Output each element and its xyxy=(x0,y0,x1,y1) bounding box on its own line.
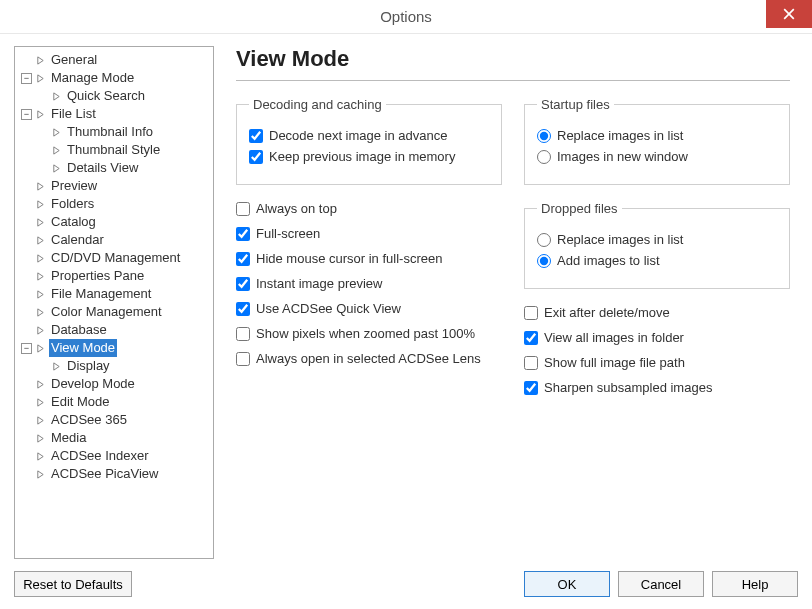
checkbox-input[interactable] xyxy=(236,277,250,291)
tree-item[interactable]: −View Mode xyxy=(17,339,211,357)
radio-label: Images in new window xyxy=(557,149,688,164)
tree-item[interactable]: Thumbnail Info xyxy=(17,123,211,141)
checkbox-label: Hide mouse cursor in full-screen xyxy=(256,251,442,266)
triangle-icon xyxy=(35,253,45,263)
startup-files-group: Startup files Replace images in list Ima… xyxy=(524,97,790,185)
collapse-icon[interactable]: − xyxy=(21,343,32,354)
tree-item[interactable]: Calendar xyxy=(17,231,211,249)
instant-preview-checkbox[interactable]: Instant image preview xyxy=(236,276,502,291)
cancel-button[interactable]: Cancel xyxy=(618,571,704,597)
checkbox-input[interactable] xyxy=(236,302,250,316)
tree-item[interactable]: Thumbnail Style xyxy=(17,141,211,159)
triangle-icon xyxy=(35,307,45,317)
tree-item[interactable]: General xyxy=(17,51,211,69)
triangle-icon xyxy=(51,145,61,155)
checkbox-input[interactable] xyxy=(524,306,538,320)
tree-item-label: Properties Pane xyxy=(49,267,146,285)
tree-item[interactable]: Preview xyxy=(17,177,211,195)
keep-previous-checkbox[interactable]: Keep previous image in memory xyxy=(249,149,489,164)
checkbox-input[interactable] xyxy=(236,327,250,341)
triangle-icon xyxy=(35,199,45,209)
category-tree[interactable]: General−Manage ModeQuick Search−File Lis… xyxy=(17,51,211,483)
tree-item-label: General xyxy=(49,51,99,69)
tree-item[interactable]: ACDSee PicaView xyxy=(17,465,211,483)
show-path-checkbox[interactable]: Show full image file path xyxy=(524,355,790,370)
exit-after-checkbox[interactable]: Exit after delete/move xyxy=(524,305,790,320)
tree-item-label: Quick Search xyxy=(65,87,147,105)
checkbox-label: Always open in selected ACDSee Lens xyxy=(256,351,481,366)
checkbox-input[interactable] xyxy=(236,252,250,266)
tree-item[interactable]: Details View xyxy=(17,159,211,177)
tree-item-label: Edit Mode xyxy=(49,393,112,411)
radio-input[interactable] xyxy=(537,150,551,164)
triangle-icon xyxy=(51,163,61,173)
checkbox-input[interactable] xyxy=(236,202,250,216)
tree-item-label: Media xyxy=(49,429,88,447)
tree-item-label: Manage Mode xyxy=(49,69,136,87)
checkbox-input[interactable] xyxy=(524,381,538,395)
checkbox-label: Use ACDSee Quick View xyxy=(256,301,401,316)
triangle-icon xyxy=(35,451,45,461)
checkbox-input[interactable] xyxy=(249,129,263,143)
checkbox-input[interactable] xyxy=(236,227,250,241)
hide-cursor-checkbox[interactable]: Hide mouse cursor in full-screen xyxy=(236,251,502,266)
help-button[interactable]: Help xyxy=(712,571,798,597)
dropped-add-radio[interactable]: Add images to list xyxy=(537,253,777,268)
tree-item[interactable]: Color Management xyxy=(17,303,211,321)
dropped-replace-radio[interactable]: Replace images in list xyxy=(537,232,777,247)
view-all-checkbox[interactable]: View all images in folder xyxy=(524,330,790,345)
checkbox-input[interactable] xyxy=(524,356,538,370)
radio-input[interactable] xyxy=(537,254,551,268)
tree-item[interactable]: −File List xyxy=(17,105,211,123)
tree-item[interactable]: Database xyxy=(17,321,211,339)
tree-item[interactable]: Folders xyxy=(17,195,211,213)
left-column: Decoding and caching Decode next image i… xyxy=(236,97,502,405)
tree-item-label: Thumbnail Style xyxy=(65,141,162,159)
startup-replace-radio[interactable]: Replace images in list xyxy=(537,128,777,143)
radio-input[interactable] xyxy=(537,129,551,143)
tree-item[interactable]: ACDSee Indexer xyxy=(17,447,211,465)
show-pixels-checkbox[interactable]: Show pixels when zoomed past 100% xyxy=(236,326,502,341)
checkbox-input[interactable] xyxy=(524,331,538,345)
tree-item[interactable]: Catalog xyxy=(17,213,211,231)
tree-item[interactable]: ACDSee 365 xyxy=(17,411,211,429)
quick-view-checkbox[interactable]: Use ACDSee Quick View xyxy=(236,301,502,316)
reset-defaults-button[interactable]: Reset to Defaults xyxy=(14,571,132,597)
collapse-icon[interactable]: − xyxy=(21,73,32,84)
sharpen-checkbox[interactable]: Sharpen subsampled images xyxy=(524,380,790,395)
fullscreen-checkbox[interactable]: Full-screen xyxy=(236,226,502,241)
always-on-top-checkbox[interactable]: Always on top xyxy=(236,201,502,216)
collapse-icon[interactable]: − xyxy=(21,109,32,120)
checkbox-input[interactable] xyxy=(249,150,263,164)
tree-item[interactable]: Develop Mode xyxy=(17,375,211,393)
close-icon xyxy=(783,8,795,20)
dialog-body: General−Manage ModeQuick Search−File Lis… xyxy=(0,34,812,559)
checkbox-input[interactable] xyxy=(236,352,250,366)
radio-input[interactable] xyxy=(537,233,551,247)
triangle-icon xyxy=(35,469,45,479)
ok-button[interactable]: OK xyxy=(524,571,610,597)
tree-item[interactable]: Display xyxy=(17,357,211,375)
tree-item[interactable]: CD/DVD Management xyxy=(17,249,211,267)
checkbox-label: Sharpen subsampled images xyxy=(544,380,712,395)
group-label: Dropped files xyxy=(537,201,622,216)
startup-new-window-radio[interactable]: Images in new window xyxy=(537,149,777,164)
decode-next-checkbox[interactable]: Decode next image in advance xyxy=(249,128,489,143)
content-panel: View Mode Decoding and caching Decode ne… xyxy=(228,46,798,559)
tree-item-label: Preview xyxy=(49,177,99,195)
tree-item[interactable]: File Management xyxy=(17,285,211,303)
always-lens-checkbox[interactable]: Always open in selected ACDSee Lens xyxy=(236,351,502,366)
tree-item-label: Thumbnail Info xyxy=(65,123,155,141)
tree-item[interactable]: Media xyxy=(17,429,211,447)
tree-item[interactable]: −Manage Mode xyxy=(17,69,211,87)
tree-item[interactable]: Quick Search xyxy=(17,87,211,105)
close-button[interactable] xyxy=(766,0,812,28)
tree-item-label: Color Management xyxy=(49,303,164,321)
tree-item[interactable]: Edit Mode xyxy=(17,393,211,411)
checkbox-label: Full-screen xyxy=(256,226,320,241)
triangle-icon xyxy=(35,415,45,425)
triangle-icon xyxy=(35,289,45,299)
tree-item[interactable]: Properties Pane xyxy=(17,267,211,285)
triangle-icon xyxy=(35,217,45,227)
tree-item-label: File List xyxy=(49,105,98,123)
